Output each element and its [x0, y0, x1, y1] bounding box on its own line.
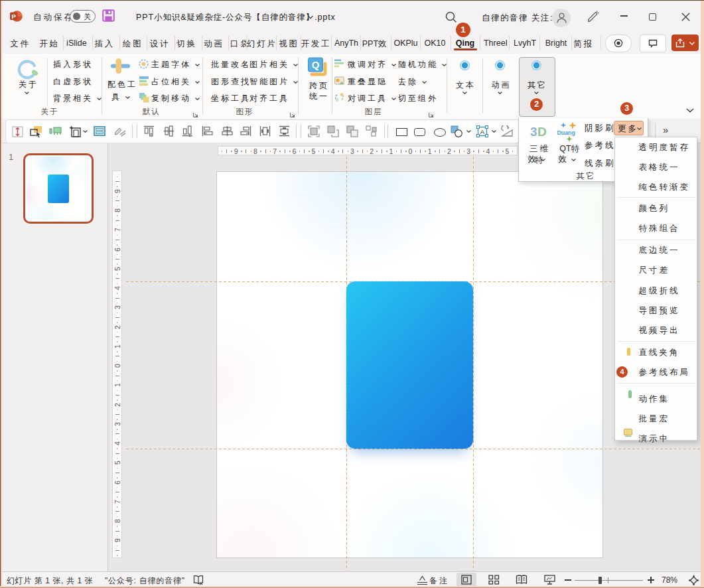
svg-text:P: P — [12, 13, 17, 20]
svg-text:A: A — [480, 128, 485, 135]
svg-text:Q: Q — [312, 59, 320, 70]
svg-text:3: 3 — [530, 125, 537, 139]
svg-text:D: D — [537, 125, 547, 139]
svg-text:Duang: Duang — [557, 129, 575, 136]
